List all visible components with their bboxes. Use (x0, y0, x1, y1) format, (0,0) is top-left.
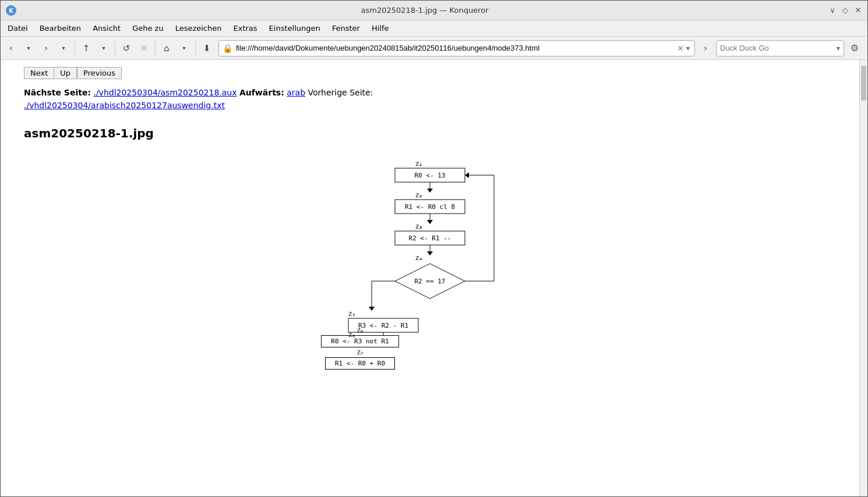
menu-hilfe[interactable]: Hilfe (367, 23, 394, 34)
svg-text:R2 == 17: R2 == 17 (415, 278, 446, 285)
menu-fenster[interactable]: Fenster (327, 23, 365, 34)
page-content: Next Up Previous Nächste Seite: ./vhdl20… (1, 60, 859, 496)
window-controls: ∨ ◇ ✕ (828, 6, 863, 15)
svg-text:R3 <- R2 - R1: R3 <- R2 - R1 (358, 322, 408, 329)
svg-text:K: K (9, 8, 14, 14)
menu-datei[interactable]: Datei (3, 23, 33, 34)
app-icon: K (5, 5, 17, 16)
z7-box: R1 <- R0 + R0 (325, 357, 395, 370)
searchbar-container: ▾ (716, 40, 844, 56)
download-button[interactable]: ⬇ (199, 40, 215, 56)
urlbar-container: 🔒 ✕ ▾ (218, 40, 695, 56)
settings-button[interactable]: ⚙ (846, 40, 863, 56)
up-dropdown[interactable]: ▾ (96, 40, 112, 56)
z7-label: Z₇ (357, 349, 364, 356)
urlbar-area: 🔒 ✕ ▾ › ▾ ⚙ (218, 40, 863, 56)
home-button[interactable]: ⌂ (158, 40, 175, 56)
z6-box: R0 <- R3 not R1 (321, 335, 398, 347)
page-title: asm20250218-1.jpg (24, 126, 836, 140)
vorherige-label: Vorherige Seite: (308, 88, 373, 97)
home-dropdown[interactable]: ▾ (176, 40, 192, 56)
separator-1 (75, 41, 75, 55)
svg-text:Z₁: Z₁ (415, 160, 422, 167)
svg-marker-22 (369, 307, 375, 311)
svg-text:R2 <- R1 --: R2 <- R1 -- (409, 235, 451, 242)
svg-text:Z₄: Z₄ (415, 254, 422, 261)
close-button[interactable]: ✕ (853, 6, 863, 15)
back-dropdown[interactable]: ▾ (20, 40, 37, 56)
svg-text:Z₅: Z₅ (348, 310, 355, 317)
reload-button[interactable]: ↺ (118, 40, 135, 56)
next-button[interactable]: Next (24, 67, 54, 79)
forward-button[interactable]: › (38, 40, 54, 56)
url-security-icon: 🔒 (223, 44, 232, 53)
menu-gehe-zu[interactable]: Gehe zu (128, 23, 168, 34)
url-input[interactable] (236, 44, 676, 52)
svg-marker-31 (465, 172, 469, 178)
separator-2 (115, 41, 115, 55)
svg-marker-11 (427, 220, 433, 224)
restore-button[interactable]: ◇ (841, 6, 850, 15)
up-nav-button[interactable]: Up (54, 67, 77, 79)
menu-extras[interactable]: Extras (229, 23, 262, 34)
up-button[interactable]: ↑ (78, 40, 94, 56)
minimize-button[interactable]: ∨ (828, 6, 837, 15)
previous-button[interactable]: Previous (77, 67, 122, 79)
svg-text:Z₂: Z₂ (415, 191, 422, 198)
search-dropdown-icon[interactable]: ▾ (837, 44, 840, 52)
url-dropdown-icon[interactable]: ▾ (685, 43, 691, 54)
svg-marker-6 (427, 189, 433, 193)
menu-einstellungen[interactable]: Einstellungen (264, 23, 325, 34)
z6-label: Z₆ (357, 326, 364, 334)
menu-bearbeiten[interactable]: Bearbeiten (35, 23, 86, 34)
up-link[interactable]: arab (287, 88, 305, 97)
forward-dropdown[interactable]: ▾ (55, 40, 72, 56)
scrollbar-thumb[interactable] (861, 66, 866, 101)
nav-buttons: Next Up Previous (24, 67, 836, 79)
nav-text: Nächste Seite: ./vhdl20250304/asm2025021… (24, 86, 836, 112)
aufwaerts-label: Aufwärts: (239, 88, 284, 97)
menu-lesezeichen[interactable]: Lesezeichen (171, 23, 227, 34)
search-input[interactable] (720, 44, 837, 52)
separator-3 (155, 41, 156, 55)
url-go-button[interactable]: › (697, 40, 714, 56)
toolbar: ‹ ▾ › ▾ ↑ ▾ ↺ ✕ ⌂ ▾ ⬇ 🔒 ✕ ▾ › ▾ (1, 37, 867, 60)
stop-button[interactable]: ✕ (136, 40, 152, 56)
content-area: Next Up Previous Nächste Seite: ./vhdl20… (1, 60, 867, 496)
svg-text:R1 <- R0 cl 8: R1 <- R0 cl 8 (405, 203, 455, 211)
next-link[interactable]: ./vhdl20250304/asm20250218.aux (93, 88, 237, 97)
separator-4 (195, 41, 196, 55)
flowchart-container: Z₁ R0 <- 13 Z₂ R1 <- R0 cl 8 (24, 158, 836, 344)
titlebar: K asm20250218-1.jpg — Konqueror ∨ ◇ ✕ (1, 1, 867, 20)
back-button[interactable]: ‹ (3, 40, 19, 56)
url-clear-icon[interactable]: ✕ (676, 42, 685, 54)
flowchart-svg: Z₁ R0 <- 13 Z₂ R1 <- R0 cl 8 (343, 158, 517, 344)
svg-marker-16 (427, 251, 433, 255)
scrollbar[interactable] (859, 60, 867, 496)
svg-text:R0 <- 13: R0 <- 13 (415, 172, 446, 179)
menu-ansicht[interactable]: Ansicht (88, 23, 125, 34)
svg-text:Z₃: Z₃ (415, 223, 422, 230)
next-seite-label: Nächste Seite: (24, 88, 91, 97)
window-title: asm20250218-1.jpg — Konqueror (22, 6, 828, 15)
prev-link[interactable]: ./vhdl20250304/arabisch20250127auswendig… (24, 101, 225, 110)
menubar: Datei Bearbeiten Ansicht Gehe zu Lesezei… (1, 20, 867, 37)
